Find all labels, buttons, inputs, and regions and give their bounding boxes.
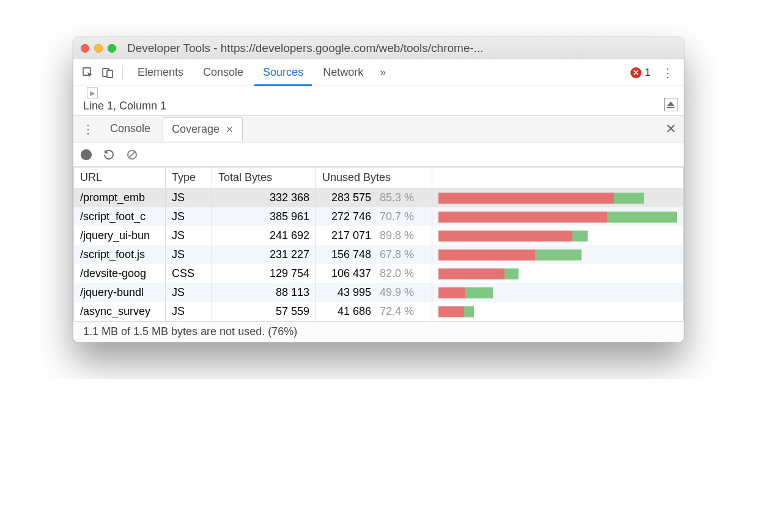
coverage-row[interactable]: /jquery_ui-bunJS241 692217 07189.8 % xyxy=(74,226,684,245)
cell-type: JS xyxy=(166,302,212,321)
toggle-device-toolbar-icon[interactable] xyxy=(99,64,116,81)
cell-unused-bytes: 217 07189.8 % xyxy=(316,226,432,245)
cell-unused-bytes: 272 74670.7 % xyxy=(316,207,432,226)
minimize-window-button[interactable] xyxy=(94,44,103,53)
cell-total-bytes: 57 559 xyxy=(212,302,316,321)
close-drawer-icon[interactable]: ✕ xyxy=(663,121,679,137)
cell-usage-bar xyxy=(432,283,684,302)
drawer-tabbar: ⋮ Console Coverage ✕ ✕ xyxy=(73,116,684,142)
coverage-row[interactable]: /jquery-bundlJS88 11343 99549.9 % xyxy=(74,283,684,302)
record-icon[interactable] xyxy=(81,149,92,160)
cell-usage-bar xyxy=(432,188,684,208)
coverage-row[interactable]: /prompt_embJS332 368283 57585.3 % xyxy=(74,188,684,208)
cell-type: JS xyxy=(166,188,212,208)
show-navigator-icon[interactable] xyxy=(664,98,678,111)
cell-type: JS xyxy=(166,226,212,245)
traffic-lights xyxy=(81,44,116,53)
col-header-bar[interactable] xyxy=(432,168,684,188)
coverage-table: URL Type Total Bytes Unused Bytes /promp… xyxy=(73,167,684,321)
cell-unused-bytes: 43 99549.9 % xyxy=(316,283,432,302)
cell-unused-bytes: 156 74867.8 % xyxy=(316,245,432,264)
col-header-unused[interactable]: Unused Bytes xyxy=(316,168,432,188)
cell-usage-bar xyxy=(432,207,684,226)
error-count: 1 xyxy=(645,67,651,79)
cell-url: /script_foot.js xyxy=(74,245,166,264)
window-title: Developer Tools - https://developers.goo… xyxy=(127,42,676,55)
cell-type: CSS xyxy=(166,264,212,283)
svg-rect-2 xyxy=(107,70,113,78)
sources-editor-strip: ▶ Line 1, Column 1 xyxy=(73,86,684,116)
cell-total-bytes: 241 692 xyxy=(212,226,316,245)
devtools-window: Developer Tools - https://developers.goo… xyxy=(73,37,684,342)
more-tabs-icon[interactable]: » xyxy=(374,64,391,81)
close-window-button[interactable] xyxy=(81,44,89,53)
cell-unused-bytes: 283 57585.3 % xyxy=(316,188,432,208)
cell-total-bytes: 332 368 xyxy=(212,188,316,208)
tab-console[interactable]: Console xyxy=(194,59,252,86)
zoom-window-button[interactable] xyxy=(108,44,116,53)
tab-sources[interactable]: Sources xyxy=(254,59,312,86)
inspect-element-icon[interactable] xyxy=(79,64,97,81)
error-icon: ✕ xyxy=(630,67,641,78)
cell-url: /devsite-goog xyxy=(74,264,166,283)
col-header-total[interactable]: Total Bytes xyxy=(212,168,316,188)
coverage-row[interactable]: /async_surveyJS57 55941 68672.4 % xyxy=(74,302,684,321)
titlebar: Developer Tools - https://developers.goo… xyxy=(73,37,684,59)
drawer-tab-coverage[interactable]: Coverage ✕ xyxy=(163,117,243,141)
cell-url: /async_survey xyxy=(74,302,166,321)
reload-icon[interactable] xyxy=(103,149,115,161)
cell-usage-bar xyxy=(432,245,684,264)
cell-total-bytes: 231 227 xyxy=(212,245,316,264)
cell-total-bytes: 88 113 xyxy=(212,283,316,302)
separator xyxy=(122,65,123,80)
cell-usage-bar xyxy=(432,302,684,321)
drawer-tab-coverage-label: Coverage xyxy=(172,123,220,136)
cell-url: /prompt_emb xyxy=(74,188,166,208)
coverage-row[interactable]: /devsite-googCSS129 754106 43782.0 % xyxy=(74,264,684,283)
coverage-row[interactable]: /script_foot_cJS385 961272 74670.7 % xyxy=(74,207,684,226)
cell-type: JS xyxy=(166,207,212,226)
cell-url: /jquery_ui-bun xyxy=(74,226,166,245)
error-count-badge[interactable]: ✕ 1 xyxy=(630,67,651,79)
main-tabbar: Elements Console Sources Network » ✕ 1 ⋮ xyxy=(73,59,684,86)
coverage-toolbar xyxy=(73,142,684,167)
tab-network[interactable]: Network xyxy=(314,59,372,86)
cursor-position: Line 1, Column 1 xyxy=(83,100,166,113)
play-icon[interactable]: ▶ xyxy=(87,87,98,98)
cell-total-bytes: 129 754 xyxy=(212,264,316,283)
cell-unused-bytes: 106 43782.0 % xyxy=(316,264,432,283)
coverage-status: 1.1 MB of 1.5 MB bytes are not used. (76… xyxy=(73,321,684,342)
drawer-tab-console[interactable]: Console xyxy=(102,117,159,140)
cell-unused-bytes: 41 68672.4 % xyxy=(316,302,432,321)
cell-url: /jquery-bundl xyxy=(74,283,166,302)
cell-usage-bar xyxy=(432,226,684,245)
close-tab-icon[interactable]: ✕ xyxy=(226,124,234,135)
cell-type: JS xyxy=(166,283,212,302)
coverage-row[interactable]: /script_foot.jsJS231 227156 74867.8 % xyxy=(74,245,684,264)
sources-file-tabs: ▶ xyxy=(87,87,678,98)
clear-icon[interactable] xyxy=(126,149,138,161)
col-header-url[interactable]: URL xyxy=(74,168,166,188)
cell-usage-bar xyxy=(432,264,684,283)
cell-url: /script_foot_c xyxy=(74,207,166,226)
devtools-menu-icon[interactable]: ⋮ xyxy=(658,65,678,80)
col-header-type[interactable]: Type xyxy=(166,168,212,188)
drawer-menu-icon[interactable]: ⋮ xyxy=(78,122,98,136)
cell-total-bytes: 385 961 xyxy=(212,207,316,226)
cell-type: JS xyxy=(166,245,212,264)
tab-elements[interactable]: Elements xyxy=(129,59,192,86)
